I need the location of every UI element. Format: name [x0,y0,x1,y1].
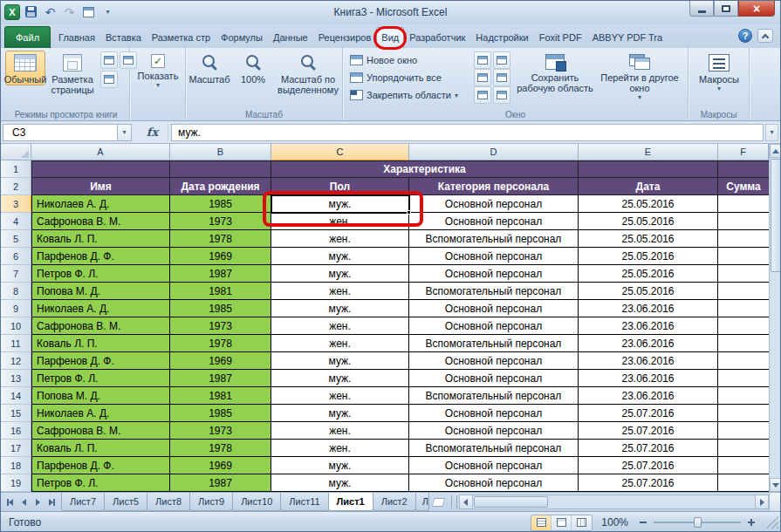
sheet-tab-Лист11[interactable]: Лист11 [280,493,328,511]
cell-f19[interactable] [718,474,769,492]
maximize-button[interactable] [714,1,738,17]
statusbar-page-break-button[interactable] [572,515,592,530]
qat-extra-button[interactable] [80,3,97,20]
cell-d19[interactable]: Основной персонал [409,474,579,492]
cell-a8[interactable]: Попова М. Д. [31,283,170,300]
new-window-button[interactable]: Новое окно [346,51,421,69]
cell-e10[interactable]: 23.06.2016 [579,317,718,335]
row-header-18[interactable]: 18 [1,457,31,474]
cell-a17[interactable]: Коваль Л. П. [31,440,170,457]
header-cell-1[interactable]: Дата рождения [170,178,271,195]
cell-b1[interactable] [170,160,271,178]
cell-f10[interactable] [718,317,769,335]
cell-a13[interactable]: Петров Ф. Л. [31,370,170,387]
reset-window-position-button[interactable] [493,86,510,104]
zoom-slider-thumb[interactable] [694,517,702,528]
row-header-5[interactable]: 5 [1,230,31,248]
ribbon-tab-Формулы[interactable]: Формулы [216,27,268,48]
row-header-12[interactable]: 12 [1,352,31,370]
cell-e7[interactable]: 25.05.2016 [579,265,718,283]
cell-a7[interactable]: Петров Ф. Л. [31,265,170,283]
sheet-tab-Лист7[interactable]: Лист7 [61,493,105,511]
cell-b7[interactable]: 1987 [170,265,271,283]
show-button[interactable]: ✓ Показать ▾ [133,51,183,90]
cell-a1[interactable] [31,160,170,178]
cell-f9[interactable] [718,300,769,317]
cell-d9[interactable]: Основной персонал [409,300,579,317]
column-header-d[interactable]: D [409,144,579,160]
sheet-tab-Лист2[interactable]: Лист2 [373,493,416,511]
cell-c4[interactable]: жен. [271,213,409,230]
ribbon-tab-Рецензиров[interactable]: Рецензиров [313,27,377,48]
cell-d8[interactable]: Вспомогательный персонал [409,283,579,300]
cell-b5[interactable]: 1978 [170,230,271,248]
cell-d12[interactable]: Основной персонал [409,352,579,370]
cell-d10[interactable]: Основной персонал [409,317,579,335]
horizontal-scrollbar[interactable] [459,494,769,509]
cell-c17[interactable]: жен. [271,440,409,457]
ribbon-tab-Файл[interactable]: Файл [4,26,51,48]
arrange-all-button[interactable]: Упорядочить все [346,69,445,86]
zoom-slider[interactable] [654,515,741,529]
scroll-down-button[interactable] [770,478,781,492]
close-button[interactable]: × [738,1,775,17]
cell-e14[interactable]: 23.06.2016 [579,387,718,405]
column-header-e[interactable]: E [579,144,718,160]
row-header-15[interactable]: 15 [1,405,31,422]
cell-f6[interactable] [718,248,769,265]
normal-view-button[interactable]: Обычный [5,51,45,85]
vertical-scroll-thumb[interactable] [771,159,781,272]
cell-a12[interactable]: Парфенов Д. Ф. [31,352,170,370]
cell-d14[interactable]: Вспомогательный персонал [409,387,579,405]
header-cell-5[interactable]: Сумма [718,178,769,195]
row-header-13[interactable]: 13 [1,370,31,387]
view-side-by-side-button[interactable] [493,51,510,69]
cell-a10[interactable]: Сафронова В. М. [31,317,170,335]
cell-a18[interactable]: Парфенов Д. Ф. [31,457,170,474]
ribbon-tab-Вставка[interactable]: Вставка [100,27,147,48]
sheet-tab-Лист9[interactable]: Лист9 [189,493,233,511]
cell-a19[interactable]: Петров Ф. Л. [31,474,170,492]
name-box-dropdown[interactable]: ▾ [118,124,132,141]
zoom-level-label[interactable]: 100% [600,516,628,529]
insert-function-button[interactable]: fx [137,124,168,141]
cell-b8[interactable]: 1981 [170,283,271,300]
cell-a9[interactable]: Николаев А. Д. [31,300,170,317]
cell-d7[interactable]: Основной персонал [409,265,579,283]
cell-b17[interactable]: 1978 [170,440,271,457]
cell-a4[interactable]: Сафронова В. М. [31,213,170,230]
statusbar-page-layout-button[interactable] [551,515,572,530]
formula-bar-expand-button[interactable]: ▾ [765,124,778,141]
tab-splitter[interactable] [451,495,457,508]
cell-b16[interactable]: 1973 [170,422,271,440]
scroll-right-button[interactable] [755,495,768,508]
column-header-a[interactable]: A [31,144,170,160]
cell-a5[interactable]: Коваль Л. П. [31,230,170,248]
cell-f7[interactable] [718,265,769,283]
cell-b18[interactable]: 1969 [170,457,271,474]
sheet-tab-Лист8[interactable]: Лист8 [147,493,190,511]
cell-f16[interactable] [718,422,769,440]
cell-d6[interactable]: Основной персонал [409,248,579,265]
cell-f18[interactable] [718,457,769,474]
cell-a14[interactable]: Попова М. Д. [31,387,170,405]
row-header-14[interactable]: 14 [1,387,31,405]
ribbon-tab-Данные[interactable]: Данные [268,27,313,48]
cell-b19[interactable]: 1987 [170,474,271,492]
cell-b12[interactable]: 1969 [170,352,271,370]
formula-input[interactable]: муж. [171,124,764,141]
zoom-100-button[interactable]: 100% [233,51,273,85]
cell-b14[interactable]: 1981 [170,387,271,405]
cell-c9[interactable]: муж. [271,300,409,317]
cell-c5[interactable]: жен. [271,230,409,248]
macros-button[interactable]: Макросы ▾ [695,51,743,93]
cell-e3[interactable]: 25.05.2016 [579,195,718,213]
cell-c16[interactable]: жен. [271,422,409,440]
cell-e18[interactable]: 25.07.2016 [579,457,718,474]
column-header-f[interactable]: F [718,144,769,160]
prev-sheet-button[interactable] [17,495,31,509]
cell-e11[interactable]: 23.06.2016 [579,335,718,352]
column-header-c[interactable]: C [271,144,409,160]
page-layout-button[interactable]: Разметка страницы [47,51,98,96]
merged-header-cell[interactable]: Характеристика [271,160,579,178]
